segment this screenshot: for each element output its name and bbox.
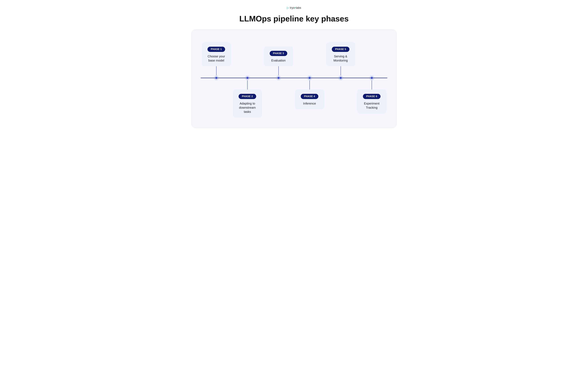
- timeline-row: [201, 75, 387, 80]
- dot3-inner: [277, 77, 280, 79]
- phase2-bottom-col: PHASE 2 Adapting todownstream tasks: [232, 80, 263, 117]
- phase4-top-empty: [294, 39, 325, 75]
- phase1-badge: PHASE 1: [208, 47, 225, 52]
- phase1-bottom-empty: [201, 80, 232, 117]
- phase3-bottom-empty: [263, 80, 294, 117]
- phase6-bottom-col: PHASE 6 ExperimentTracking: [356, 80, 387, 113]
- phase4-connector: [310, 80, 310, 90]
- phase2-connector: [247, 80, 248, 90]
- phase6-connector: [372, 80, 372, 90]
- phase3-card: PHASE 3 Evaluation: [264, 47, 293, 66]
- phase6-badge: PHASE 6: [363, 94, 381, 99]
- main-title: LLMOps pipeline key phases: [239, 14, 349, 23]
- phase4-badge: PHASE 4: [301, 94, 319, 99]
- row-bottom: PHASE 2 Adapting todownstream tasks PHAS…: [201, 80, 387, 117]
- logo-text: tryo•labs: [290, 6, 301, 9]
- phase3-top-col: PHASE 3 Evaluation: [263, 47, 294, 75]
- phase6-card: PHASE 6 ExperimentTracking: [357, 90, 386, 113]
- dot4-inner: [309, 77, 311, 79]
- phase2-card: PHASE 2 Adapting todownstream tasks: [233, 90, 262, 117]
- dot3-outer: [276, 75, 281, 80]
- phase1-label: Choose yourbase model: [208, 54, 225, 63]
- phase6-label: ExperimentTracking: [364, 101, 379, 110]
- phase3-label: Evaluation: [271, 58, 286, 63]
- phase5-card: PHASE 5 Serving &Monitoring: [326, 42, 355, 66]
- dot3-container: [263, 75, 294, 80]
- phase2-badge: PHASE 2: [239, 94, 256, 99]
- diagram-container: PHASE 1 Choose yourbase model PHASE 3 Ev…: [191, 29, 397, 128]
- phase1-card: PHASE 1 Choose yourbase model: [202, 42, 231, 66]
- phase1-top-col: PHASE 1 Choose yourbase model: [201, 42, 232, 75]
- phase5-connector: [341, 66, 341, 75]
- phase6-top-empty: [356, 39, 387, 75]
- dot5-container: [325, 75, 356, 80]
- logo: ▷ tryo•labs: [287, 6, 301, 9]
- dot1-inner: [215, 77, 218, 79]
- dot1-outer: [214, 75, 219, 80]
- phase2-label: Adapting todownstream tasks: [236, 101, 258, 114]
- phase2-top-empty: [232, 39, 263, 75]
- phase4-bottom-col: PHASE 4 Inference: [294, 80, 325, 109]
- phase5-badge: PHASE 5: [332, 47, 350, 52]
- row-top: PHASE 1 Choose yourbase model PHASE 3 Ev…: [201, 39, 387, 75]
- dot5-outer: [338, 75, 343, 80]
- dot1-container: [201, 75, 232, 80]
- phase3-connector: [278, 66, 279, 75]
- dot2-container: [232, 75, 263, 80]
- dot4-outer: [307, 75, 312, 80]
- phase5-label: Serving &Monitoring: [334, 54, 348, 63]
- dot6-container: [356, 75, 387, 80]
- dot6-outer: [369, 75, 374, 80]
- dot4-container: [294, 75, 325, 80]
- dot2-inner: [246, 77, 249, 79]
- dot5-inner: [340, 77, 342, 79]
- phase4-card: PHASE 4 Inference: [295, 90, 324, 109]
- dot2-outer: [245, 75, 250, 80]
- phase4-label: Inference: [303, 101, 316, 106]
- logo-icon: ▷: [287, 6, 289, 9]
- phase5-bottom-empty: [325, 80, 356, 117]
- dot6-inner: [371, 77, 373, 79]
- phase1-connector: [216, 66, 217, 75]
- phase3-badge: PHASE 3: [270, 51, 287, 56]
- phase5-top-col: PHASE 5 Serving &Monitoring: [325, 42, 356, 75]
